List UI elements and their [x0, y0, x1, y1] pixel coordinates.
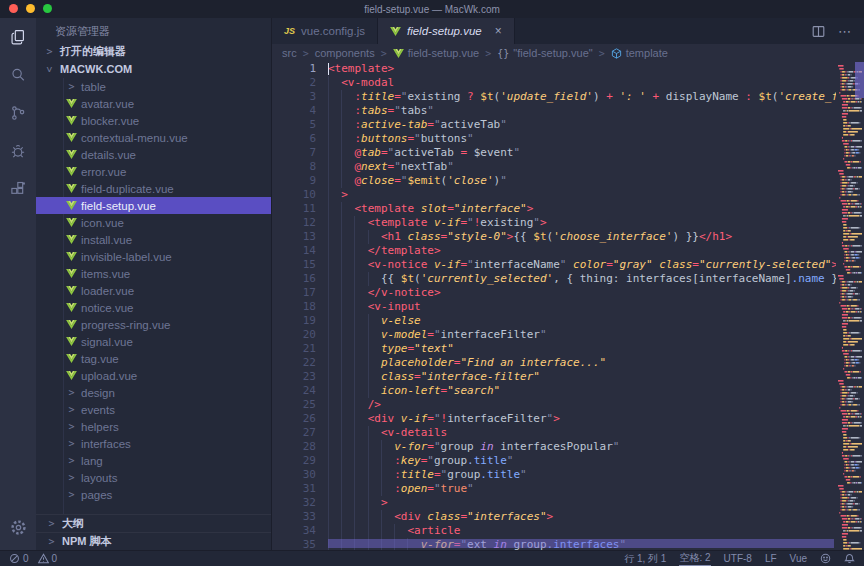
breadcrumb-item[interactable]: src [282, 47, 297, 59]
status-item-feedback[interactable] [820, 553, 831, 564]
code-line[interactable]: <v-modal [328, 76, 836, 90]
tree-item[interactable]: >helpers [36, 418, 271, 435]
code-line[interactable]: {{ $t('currently_selected', { thing: int… [328, 272, 836, 286]
code-line[interactable]: <template slot="interface"> [328, 202, 836, 216]
code-line[interactable]: :key="group.title" [328, 454, 836, 468]
code-line[interactable]: class="interface-filter" [328, 370, 836, 384]
code-line[interactable]: </template> [328, 244, 836, 258]
tree-item[interactable]: field-setup.vue [36, 197, 271, 214]
tree-item[interactable]: contextual-menu.vue [36, 129, 271, 146]
tree-item[interactable]: upload.vue [36, 367, 271, 384]
tree-item[interactable]: >interfaces [36, 435, 271, 452]
tree-item-label: icon.vue [81, 217, 124, 229]
split-editor-icon[interactable] [811, 24, 826, 39]
code-line[interactable]: v-else [328, 314, 836, 328]
activity-item-files[interactable] [0, 18, 36, 56]
tree-item[interactable]: >events [36, 401, 271, 418]
tree-item[interactable]: install.vue [36, 231, 271, 248]
breadcrumb-item[interactable]: {}"field-setup.vue" [497, 47, 592, 59]
code-line[interactable]: v-model="interfaceFilter" [328, 328, 836, 342]
code-line[interactable]: @next="nextTab" [328, 160, 836, 174]
tree-item[interactable]: items.vue [36, 265, 271, 282]
close-window-button[interactable] [9, 4, 18, 13]
activity-item-settings[interactable] [0, 508, 36, 546]
tree-item[interactable]: loader.vue [36, 282, 271, 299]
tree-item-label: tag.vue [81, 353, 119, 365]
code-line[interactable]: :buttons="buttons" [328, 132, 836, 146]
code-line[interactable]: :open="true" [328, 482, 836, 496]
code-line[interactable]: <article [328, 524, 836, 538]
tree-item[interactable]: invisible-label.vue [36, 248, 271, 265]
activity-item-extensions[interactable] [0, 170, 36, 208]
code-line[interactable]: > [328, 188, 836, 202]
horizontal-scrollbar[interactable] [328, 539, 834, 548]
code-line[interactable]: /> [328, 398, 836, 412]
tree-item[interactable]: >table [36, 78, 271, 95]
code-line[interactable]: :title="group.title" [328, 468, 836, 482]
zoom-window-button[interactable] [43, 4, 52, 13]
breadcrumb-item[interactable]: field-setup.vue [393, 47, 480, 59]
code-line[interactable]: @tab="activeTab = $event" [328, 146, 836, 160]
code-editor[interactable]: 1234567891011121314151617181920212223242… [272, 62, 864, 550]
root-folder-section[interactable]: > MACWK.COM [36, 60, 271, 78]
tree-item[interactable]: details.vue [36, 146, 271, 163]
tree-item[interactable]: signal.vue [36, 333, 271, 350]
status-item[interactable]: LF [765, 553, 777, 564]
status-item-bell[interactable] [844, 553, 855, 564]
tree-item[interactable]: tag.vue [36, 350, 271, 367]
minimap[interactable] [837, 62, 863, 550]
npm-scripts-section[interactable]: > NPM 脚本 [36, 532, 271, 550]
code-line[interactable]: </v-notice> [328, 286, 836, 300]
status-item[interactable]: Vue [790, 553, 807, 564]
code-token: $t [401, 272, 414, 285]
code-line[interactable]: <div class="interfaces"> [328, 510, 836, 524]
code-line[interactable]: v-for="group in interfacesPopular" [328, 440, 836, 454]
tree-item[interactable]: >lang [36, 452, 271, 469]
tree-item[interactable]: >design [36, 384, 271, 401]
tree-item[interactable]: blocker.vue [36, 112, 271, 129]
outline-section[interactable]: > 大纲 [36, 514, 271, 532]
code-line[interactable]: > [328, 496, 836, 510]
more-actions-icon[interactable]: ⋯ [838, 22, 852, 40]
editor-tab[interactable]: JSvue.config.js [272, 18, 378, 44]
code-line[interactable]: @close="$emit('close')" [328, 174, 836, 188]
code-line[interactable]: type="text" [328, 342, 836, 356]
code-line[interactable]: placeholder="Find an interface..." [328, 356, 836, 370]
code-line[interactable]: <template v-if="!existing"> [328, 216, 836, 230]
code-content[interactable]: <template><v-modal:title="existing ? $t(… [328, 62, 836, 550]
code-line[interactable]: icon-left="search" [328, 384, 836, 398]
status-item[interactable]: 空格: 2 [679, 551, 710, 566]
breadcrumb-item[interactable]: template [611, 47, 668, 59]
vertical-scrollbar[interactable] [855, 62, 864, 98]
tree-item[interactable]: field-duplicate.vue [36, 180, 271, 197]
status-item[interactable]: 行 1, 列 1 [624, 552, 666, 566]
editor-tab[interactable]: field-setup.vue× [378, 18, 515, 44]
status-item[interactable]: UTF-8 [724, 553, 752, 564]
tree-item[interactable]: >pages [36, 486, 271, 503]
open-editors-section[interactable]: > 打开的编辑器 [36, 42, 271, 60]
code-line[interactable]: <v-notice v-if="interfaceName" color="gr… [328, 258, 836, 272]
tree-item[interactable]: error.vue [36, 163, 271, 180]
code-line[interactable]: :tabs="tabs" [328, 104, 836, 118]
activity-item-debug[interactable] [0, 132, 36, 170]
code-line[interactable]: :title="existing ? $t('update_field') + … [328, 90, 836, 104]
close-tab-icon[interactable]: × [495, 25, 502, 37]
breadcrumb-item[interactable]: components [315, 47, 375, 59]
code-line[interactable]: <v-input [328, 300, 836, 314]
tree-item[interactable]: >layouts [36, 469, 271, 486]
tree-item[interactable]: progress-ring.vue [36, 316, 271, 333]
status-item-error[interactable]: 0 [9, 553, 29, 564]
tree-item[interactable]: notice.vue [36, 299, 271, 316]
tree-item[interactable]: avatar.vue [36, 95, 271, 112]
activity-item-search[interactable] [0, 56, 36, 94]
code-token: placeholder [381, 356, 454, 369]
code-line[interactable]: <v-details [328, 426, 836, 440]
code-line[interactable]: <template> [328, 62, 836, 76]
activity-item-source-control[interactable] [0, 94, 36, 132]
code-line[interactable]: <h1 class="style-0">{{ $t('choose_interf… [328, 230, 836, 244]
code-line[interactable]: <div v-if="!interfaceFilter"> [328, 412, 836, 426]
code-line[interactable]: :active-tab="activeTab" [328, 118, 836, 132]
minimize-window-button[interactable] [26, 4, 35, 13]
status-item-warning[interactable]: 0 [38, 553, 58, 564]
tree-item[interactable]: icon.vue [36, 214, 271, 231]
